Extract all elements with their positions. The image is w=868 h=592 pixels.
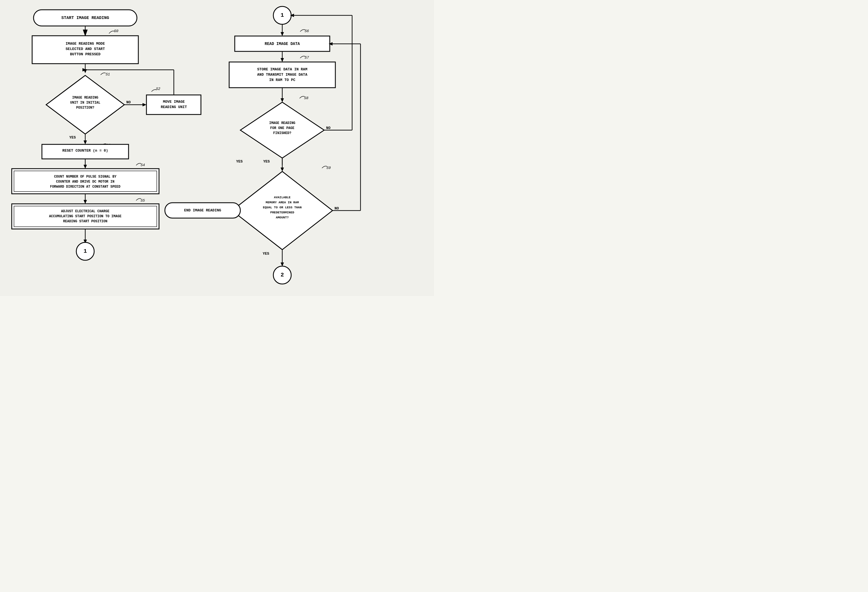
svg-text:1: 1	[84, 248, 87, 255]
svg-text:COUNT NUMBER OF PULSE SIGNAL B: COUNT NUMBER OF PULSE SIGNAL BY	[54, 175, 117, 179]
svg-text:S2: S2	[156, 87, 160, 91]
svg-text:UNIT IN INITIAL: UNIT IN INITIAL	[70, 101, 100, 105]
svg-text:S6: S6	[305, 29, 309, 33]
svg-text:IMAGE READING: IMAGE READING	[269, 121, 295, 125]
svg-text:IMAGE READING: IMAGE READING	[72, 96, 98, 100]
svg-text:S9: S9	[326, 166, 331, 170]
svg-text:1: 1	[280, 12, 284, 18]
svg-text:READ IMAGE DATA: READ IMAGE DATA	[265, 41, 300, 46]
svg-text:READING UNIT: READING UNIT	[161, 105, 187, 109]
svg-text:START IMAGE READING: START IMAGE READING	[61, 16, 109, 21]
svg-text:PREDETERMINED: PREDETERMINED	[270, 211, 294, 214]
svg-text:YES: YES	[69, 135, 76, 140]
svg-text:EQUAL TO OR LESS THAN: EQUAL TO OR LESS THAN	[263, 206, 302, 209]
svg-text:RESET COUNTER (n = 0): RESET COUNTER (n = 0)	[62, 149, 108, 153]
svg-text:COUNTER AND DRIVE DC MOTOR IN: COUNTER AND DRIVE DC MOTOR IN	[56, 180, 115, 184]
svg-rect-128	[146, 95, 201, 115]
svg-text:FOR ONE PAGE: FOR ONE PAGE	[270, 126, 294, 130]
svg-text:2: 2	[280, 272, 284, 278]
svg-text:MOVE IMAGE: MOVE IMAGE	[163, 100, 185, 104]
svg-text:S4: S4	[140, 163, 145, 167]
svg-text:END IMAGE READING: END IMAGE READING	[184, 208, 221, 212]
svg-text:NO: NO	[326, 126, 331, 130]
svg-text:FORWARD DIRECTION AT CONSTANT : FORWARD DIRECTION AT CONSTANT SPEED	[50, 185, 120, 189]
svg-text:NO: NO	[335, 206, 339, 211]
svg-text:AND TRANSMIT IMAGE DATA: AND TRANSMIT IMAGE DATA	[257, 73, 307, 77]
svg-text:POSITION?: POSITION?	[76, 106, 94, 110]
svg-text:NO: NO	[126, 100, 131, 105]
svg-text:YES: YES	[236, 159, 243, 163]
svg-text:AMOUNT?: AMOUNT?	[276, 216, 289, 219]
svg-text:S1: S1	[106, 72, 110, 77]
svg-text:SELECTED AND START: SELECTED AND START	[66, 47, 105, 51]
svg-text:STORE IMAGE DATA IN RAM: STORE IMAGE DATA IN RAM	[257, 67, 307, 72]
svg-text:YES: YES	[263, 252, 269, 256]
svg-text:S0: S0	[114, 29, 118, 33]
svg-text:IN RAM TO PC: IN RAM TO PC	[269, 78, 295, 82]
svg-text:ADJUST ELECTRICAL CHARGE: ADJUST ELECTRICAL CHARGE	[61, 209, 109, 214]
svg-text:S8: S8	[304, 96, 309, 100]
svg-text:MEMORY AREA IN RAM: MEMORY AREA IN RAM	[266, 201, 299, 204]
svg-text:FINISHED?: FINISHED?	[273, 131, 291, 135]
svg-text:S7: S7	[305, 56, 309, 60]
svg-text:S5: S5	[140, 199, 145, 203]
svg-text:AVAILABLE: AVAILABLE	[274, 196, 291, 199]
svg-text:YES: YES	[263, 159, 270, 163]
svg-text:BUTTON PRESSED: BUTTON PRESSED	[70, 52, 100, 56]
svg-text:ACCUMULATING START POSITION TO: ACCUMULATING START POSITION TO IMAGE	[49, 215, 121, 218]
svg-text:READING START POSITION: READING START POSITION	[63, 219, 107, 223]
svg-text:IMAGE READING MODE: IMAGE READING MODE	[66, 41, 105, 46]
